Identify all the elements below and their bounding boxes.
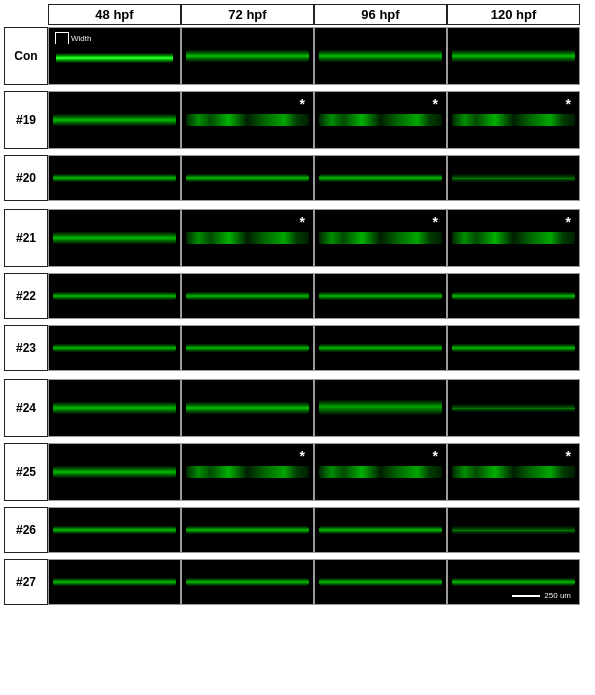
row-divider: [4, 87, 591, 89]
label-25: #25: [4, 443, 48, 501]
cell-21-2: *: [314, 209, 447, 267]
fish-21-3: *: [448, 210, 579, 266]
cells-con: Width: [48, 27, 591, 85]
fish-22-3: [448, 274, 579, 318]
fish-24-2: [315, 380, 446, 436]
label-text-24: #24: [16, 401, 36, 415]
cell-25-3: *: [447, 443, 580, 501]
fish-23-3: [448, 326, 579, 370]
label-21: #21: [4, 209, 48, 267]
label-text-27: #27: [16, 575, 36, 589]
fish-26-1: [182, 508, 313, 552]
fish-26-0: [49, 508, 180, 552]
fish-19-3: *: [448, 92, 579, 148]
fish-21-1: *: [182, 210, 313, 266]
cells-23: [48, 325, 591, 371]
header-96hpf: 96 hpf: [314, 4, 447, 25]
cell-24-0: [48, 379, 181, 437]
cell-con-1: [181, 27, 314, 85]
label-con: Con: [4, 27, 48, 85]
fish-19-1: *: [182, 92, 313, 148]
fish-23-1: [182, 326, 313, 370]
cell-19-2: *: [314, 91, 447, 149]
cell-22-2: [314, 273, 447, 319]
fish-26-3: [448, 508, 579, 552]
label-22: #22: [4, 273, 48, 319]
scale-bar-container: 250 um: [512, 591, 571, 600]
cell-26-2: [314, 507, 447, 553]
scale-bar: [512, 595, 540, 597]
label-27: #27: [4, 559, 48, 605]
label-text-26: #26: [16, 523, 36, 537]
label-23: #23: [4, 325, 48, 371]
fish-27-0: [49, 560, 180, 604]
fish-22-0: [49, 274, 180, 318]
cell-22-3: [447, 273, 580, 319]
asterisk-marker: *: [566, 214, 571, 230]
fish-25-2: *: [315, 444, 446, 500]
asterisk-marker: *: [300, 448, 305, 464]
asterisk-marker: *: [433, 448, 438, 464]
label-text-20: #20: [16, 171, 36, 185]
fish-26-2: [315, 508, 446, 552]
asterisk-marker: *: [300, 96, 305, 112]
cell-27-3: 250 um: [447, 559, 580, 605]
cell-con-0: Width: [48, 27, 181, 85]
asterisk-marker: *: [566, 96, 571, 112]
row-23: #23: [4, 325, 591, 371]
cell-26-3: [447, 507, 580, 553]
cell-21-0: [48, 209, 181, 267]
row-27: #27250 um: [4, 559, 591, 605]
cell-23-3: [447, 325, 580, 371]
row-24: #24: [4, 379, 591, 437]
label-24: #24: [4, 379, 48, 437]
cell-20-0: [48, 155, 181, 201]
cell-19-0: [48, 91, 181, 149]
fish-22-1: [182, 274, 313, 318]
row-divider: [4, 503, 591, 505]
cell-25-2: *: [314, 443, 447, 501]
fish-24-0: [49, 380, 180, 436]
cell-19-3: *: [447, 91, 580, 149]
cell-24-2: [314, 379, 447, 437]
fish-19-0: [49, 92, 180, 148]
row-divider: [4, 555, 591, 557]
header-120hpf: 120 hpf: [447, 4, 580, 25]
label-19: #19: [4, 91, 48, 149]
cell-20-2: [314, 155, 447, 201]
cell-27-0: [48, 559, 181, 605]
cell-19-1: *: [181, 91, 314, 149]
fish-25-1: *: [182, 444, 313, 500]
cell-20-1: [181, 155, 314, 201]
row-divider: [4, 439, 591, 441]
fish-21-2: *: [315, 210, 446, 266]
header-row: 48 hpf 72 hpf 96 hpf 120 hpf: [48, 4, 591, 25]
fish-24-1: [182, 380, 313, 436]
fish-19-2: *: [315, 92, 446, 148]
fish-con-1: [182, 28, 313, 84]
fish-con-2: [315, 28, 446, 84]
fish-27-2: [315, 560, 446, 604]
fish-20-3: [448, 156, 579, 200]
fish-21-0: [49, 210, 180, 266]
fish-27-1: [182, 560, 313, 604]
fish-con-3: [448, 28, 579, 84]
fish-24-3: [448, 380, 579, 436]
cell-21-1: *: [181, 209, 314, 267]
cell-25-1: *: [181, 443, 314, 501]
cell-26-0: [48, 507, 181, 553]
cell-22-0: [48, 273, 181, 319]
asterisk-marker: *: [566, 448, 571, 464]
cell-25-0: [48, 443, 181, 501]
fish-20-1: [182, 156, 313, 200]
asterisk-marker: *: [300, 214, 305, 230]
label-26: #26: [4, 507, 48, 553]
fish-27-3: 250 um: [448, 560, 579, 604]
cells-24: [48, 379, 591, 437]
fish-23-2: [315, 326, 446, 370]
label-text-22: #22: [16, 289, 36, 303]
cell-con-3: [447, 27, 580, 85]
row-20: #20: [4, 155, 591, 201]
label-text-con: Con: [14, 49, 37, 63]
cells-21: ***: [48, 209, 591, 267]
